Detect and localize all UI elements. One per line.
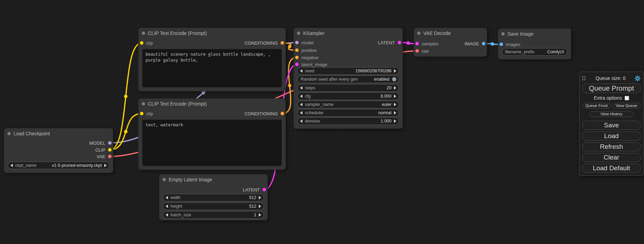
- collapse-icon[interactable]: [162, 178, 166, 181]
- extra-options-row: Extra options: [582, 95, 641, 101]
- increment-arrow-icon[interactable]: [394, 94, 396, 98]
- drag-handle-icon[interactable]: [582, 76, 586, 80]
- queue-menu-panel: Queue size: 0 Queue Prompt Extra options…: [579, 72, 644, 176]
- input-slot-latent-image: latent_image: [294, 61, 403, 68]
- extra-options-checkbox[interactable]: [625, 96, 629, 100]
- wire-midpoint-dot-image: [491, 42, 494, 46]
- node-vae-decode[interactable]: VAE Decode samples IMAGE vae: [414, 28, 487, 56]
- wire-midpoint-dot-negative-conditioning: [288, 84, 291, 87]
- save-button[interactable]: Save: [582, 121, 641, 130]
- clip-output-dot[interactable]: [108, 148, 112, 152]
- node-ksampler[interactable]: KSampler model LATENT positive negative …: [294, 28, 403, 128]
- sampler-name-widget[interactable]: sampler_name euler: [297, 101, 399, 108]
- node-title-bar[interactable]: CLIP Text Encode (Prompt): [139, 99, 285, 109]
- decrement-arrow-icon[interactable]: [300, 103, 302, 106]
- increment-arrow-icon[interactable]: [259, 213, 261, 217]
- vae-input-dot[interactable]: [415, 49, 419, 53]
- clear-button[interactable]: Clear: [582, 153, 641, 162]
- decrement-arrow-icon[interactable]: [10, 164, 13, 167]
- increment-arrow-icon[interactable]: [259, 196, 261, 199]
- view-history-button[interactable]: View History: [589, 111, 634, 117]
- node-title: VAE Decode: [423, 30, 451, 36]
- increment-arrow-icon[interactable]: [394, 111, 396, 115]
- output-slot-conditioning: CONDITIONING: [139, 110, 285, 117]
- cfg-widget[interactable]: cfg 8.000: [297, 92, 399, 100]
- negative-prompt-textarea[interactable]: text, watermark: [142, 119, 282, 166]
- positive-prompt-textarea[interactable]: beautiful scenery nature glass bottle la…: [142, 49, 282, 88]
- negative-input-dot[interactable]: [295, 56, 299, 59]
- node-title: CLIP Text Encode (Prompt): [148, 101, 207, 107]
- height-widget[interactable]: height 512: [163, 202, 264, 210]
- node-empty-latent-image[interactable]: Empty Latent Image LATENT width 512 heig…: [159, 174, 267, 220]
- conditioning-output-dot[interactable]: [281, 41, 284, 45]
- model-output-dot[interactable]: [108, 141, 112, 145]
- increment-arrow-icon[interactable]: [259, 205, 261, 208]
- node-load-checkpoint[interactable]: Load Checkpoint MODEL CLIP VAE ckpt_name…: [4, 128, 113, 173]
- decrement-arrow-icon[interactable]: [166, 213, 168, 217]
- node-title-bar[interactable]: KSampler: [294, 28, 403, 38]
- node-title-bar[interactable]: Load Checkpoint: [4, 128, 113, 139]
- latent-image-input-dot[interactable]: [295, 63, 299, 66]
- scheduler-widget[interactable]: scheduler normal: [297, 109, 399, 117]
- ckpt-name-widget[interactable]: ckpt_name v1-5-pruned-emaonly.ckpt: [8, 162, 109, 169]
- node-save-image[interactable]: Save Image images filename_prefix ComfyU…: [498, 29, 571, 59]
- collapse-icon[interactable]: [7, 132, 11, 135]
- width-widget[interactable]: width 512: [163, 194, 264, 201]
- increment-arrow-icon[interactable]: [394, 69, 396, 73]
- node-title-bar[interactable]: CLIP Text Encode (Prompt): [139, 28, 285, 38]
- menu-header: Queue size: 0: [582, 75, 641, 82]
- denoise-widget[interactable]: denoise 1.000: [297, 117, 399, 125]
- collapse-icon[interactable]: [417, 31, 421, 35]
- wire-midpoint-dot-clip-to-positive: [124, 95, 127, 98]
- node-title: Save Image: [508, 31, 533, 37]
- output-slot-conditioning: CONDITIONING: [139, 39, 285, 46]
- load-button[interactable]: Load: [582, 132, 641, 141]
- node-title-bar[interactable]: VAE Decode: [414, 28, 487, 38]
- output-slot-vae: VAE: [4, 153, 113, 160]
- decrement-arrow-icon[interactable]: [300, 111, 302, 115]
- refresh-button[interactable]: Refresh: [582, 142, 641, 151]
- collapse-icon[interactable]: [142, 102, 145, 106]
- queue-prompt-button[interactable]: Queue Prompt: [582, 83, 641, 93]
- toggle-dot-icon[interactable]: [392, 77, 396, 81]
- queue-front-button[interactable]: Queue Front: [582, 103, 611, 109]
- node-title-bar[interactable]: Save Image: [498, 29, 571, 39]
- input-slot-images: images: [498, 41, 571, 48]
- decrement-arrow-icon[interactable]: [300, 94, 302, 98]
- image-output-dot[interactable]: [482, 42, 485, 45]
- view-queue-button[interactable]: View Queue: [612, 103, 641, 109]
- images-input-dot[interactable]: [500, 43, 503, 46]
- latent-output-dot[interactable]: [263, 188, 266, 191]
- seed-widget[interactable]: seed 156680208700286: [297, 67, 399, 75]
- collapse-icon[interactable]: [297, 31, 300, 35]
- decrement-arrow-icon[interactable]: [300, 69, 302, 73]
- node-title-bar[interactable]: Empty Latent Image: [159, 174, 267, 185]
- load-default-button[interactable]: Load Default: [582, 164, 641, 173]
- input-slot-negative: negative: [294, 54, 403, 61]
- decrement-arrow-icon[interactable]: [166, 196, 168, 199]
- batch-size-widget[interactable]: batch_size 1: [163, 211, 264, 219]
- node-title: Empty Latent Image: [169, 177, 212, 182]
- random-seed-toggle-widget[interactable]: Random seed after every gen enabled: [297, 75, 399, 83]
- decrement-arrow-icon[interactable]: [300, 86, 302, 90]
- view-history-row: View History: [582, 110, 641, 117]
- node-graph-canvas[interactable]: { "colors": { "model": "#B39DDB", "clip"…: [0, 0, 644, 244]
- increment-arrow-icon[interactable]: [394, 119, 396, 123]
- conditioning-output-dot[interactable]: [281, 112, 284, 115]
- collapse-icon[interactable]: [501, 32, 505, 36]
- latent-output-dot[interactable]: [398, 41, 401, 44]
- decrement-arrow-icon[interactable]: [166, 205, 168, 208]
- vae-output-dot[interactable]: [108, 155, 112, 158]
- increment-arrow-icon[interactable]: [394, 86, 396, 90]
- settings-gear-icon[interactable]: [635, 75, 641, 81]
- positive-input-dot[interactable]: [295, 48, 299, 52]
- steps-widget[interactable]: steps 20: [297, 84, 399, 92]
- increment-arrow-icon[interactable]: [104, 164, 107, 167]
- node-clip-text-encode-negative[interactable]: CLIP Text Encode (Prompt) clip CONDITION…: [139, 99, 285, 170]
- filename-prefix-widget[interactable]: filename_prefix ComfyUI: [502, 48, 567, 56]
- collapse-icon[interactable]: [142, 31, 145, 35]
- increment-arrow-icon[interactable]: [394, 103, 396, 106]
- node-clip-text-encode-positive[interactable]: CLIP Text Encode (Prompt) clip CONDITION…: [139, 28, 285, 91]
- node-title: Load Checkpoint: [14, 131, 50, 136]
- decrement-arrow-icon[interactable]: [300, 119, 302, 123]
